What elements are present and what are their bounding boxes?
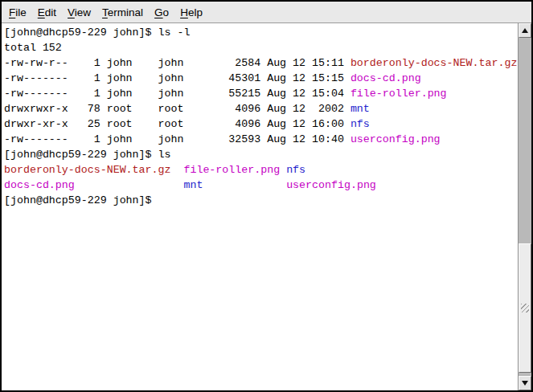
menu-item-go[interactable]: Go xyxy=(149,4,174,21)
down-arrow-icon xyxy=(522,381,528,386)
terminal-filename: docs-cd.png xyxy=(351,72,421,84)
terminal-text: -rw------- 1 john john 45301 Aug 12 15:1… xyxy=(4,72,351,84)
menu-item-mnemonic: F xyxy=(9,6,15,18)
terminal-text: -rw------- 1 john john 32593 Aug 12 10:4… xyxy=(4,133,351,145)
menu-item-edit[interactable]: Edit xyxy=(32,4,62,21)
terminal-filename: file-roller.png xyxy=(183,164,280,176)
scroll-up-button[interactable] xyxy=(519,23,531,38)
terminal-filename: borderonly-docs-NEW.tar.gz xyxy=(4,164,170,176)
terminal-text xyxy=(170,164,183,176)
menu-item-mnemonic: V xyxy=(68,6,75,18)
menu-item-mnemonic: H xyxy=(180,6,188,18)
scrollbar-thumb[interactable] xyxy=(519,243,531,373)
menu-item-mnemonic: G xyxy=(154,6,163,18)
terminal-filename: nfs xyxy=(351,118,370,130)
terminal-text: -rw-rw-r-- 1 john john 2584 Aug 12 15:11 xyxy=(4,57,351,69)
terminal-text: drwxr-xr-x 25 root root 4096 Aug 12 16:0… xyxy=(4,118,351,130)
terminal-filename: docs-cd.png xyxy=(4,179,75,191)
terminal-filename: userconfig.png xyxy=(351,133,441,145)
terminal-output[interactable]: [john@dhcp59-229 john]$ ls -l total 152 … xyxy=(2,23,518,390)
terminal-text xyxy=(203,179,286,191)
terminal-text: -rw------- 1 john john 55215 Aug 12 15:0… xyxy=(4,88,351,100)
terminal-text: [john@dhcp59-229 john]$ xyxy=(4,194,158,206)
menu-item-terminal[interactable]: Terminal xyxy=(96,4,149,21)
scrollbar-grip-icon xyxy=(521,304,529,312)
terminal-filename: mnt xyxy=(183,179,203,191)
terminal-filename: nfs xyxy=(286,164,305,176)
menu-item-help[interactable]: Help xyxy=(174,4,208,21)
terminal-window: FileEditViewTerminalGoHelp [john@dhcp59-… xyxy=(0,0,533,392)
terminal-filename: userconfig.png xyxy=(286,179,376,191)
terminal-filename: mnt xyxy=(351,103,370,115)
terminal-text: [john@dhcp59-229 john]$ ls -l xyxy=(4,27,190,39)
menu-bar: FileEditViewTerminalGoHelp xyxy=(2,2,531,23)
menu-item-mnemonic: E xyxy=(38,6,45,18)
up-arrow-icon xyxy=(522,28,528,33)
terminal-filename: borderonly-docs-NEW.tar.gz xyxy=(351,57,517,69)
menu-item-view[interactable]: View xyxy=(62,4,96,21)
terminal-text: total 152 xyxy=(4,42,62,54)
menu-item-mnemonic: T xyxy=(102,6,108,18)
terminal-text xyxy=(75,179,184,191)
terminal-text: drwxrwxr-x 78 root root 4096 Aug 12 2002 xyxy=(4,103,351,115)
terminal-content: [john@dhcp59-229 john]$ ls -l total 152 … xyxy=(2,23,531,390)
menu-item-file[interactable]: File xyxy=(3,4,32,21)
terminal-text: [john@dhcp59-229 john]$ ls xyxy=(4,149,170,161)
scroll-down-button[interactable] xyxy=(519,376,531,390)
terminal-text xyxy=(280,164,286,176)
scrollbar[interactable] xyxy=(518,23,531,390)
terminal-filename: file-roller.png xyxy=(351,88,447,100)
